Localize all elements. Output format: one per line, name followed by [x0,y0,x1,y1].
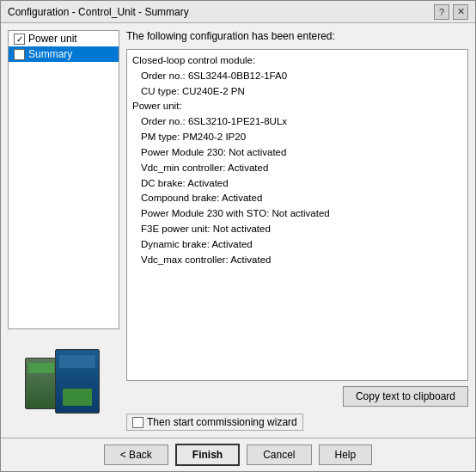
summary-item: Compound brake: Activated [132,191,462,206]
finish-button[interactable]: Finish [175,444,240,466]
tree-item-checkbox [14,34,25,45]
help-title-btn[interactable]: ? [434,4,449,20]
summary-item: DC brake: Activated [132,176,462,192]
summary-item: Power Module 230 with STO: Not activated [132,206,462,222]
summary-item: Order no.: 6SL3210-1PE21-8ULx [132,114,462,130]
summary-item: CU type: CU240E-2 PN [132,84,462,100]
intro-text: The following configuration has been ent… [126,30,468,42]
tree-item-checkbox [14,49,25,60]
summary-item: Dynamic brake: Activated [132,237,462,253]
tree-item[interactable]: Summary [9,46,119,62]
commission-label: Then start commissioning wizard [147,416,297,428]
cancel-button[interactable]: Cancel [247,444,311,465]
tree-item-label: Power unit [28,33,77,45]
title-bar-buttons: ? ✕ [434,4,468,20]
tree-item[interactable]: Power unit [9,31,119,46]
tree-view: Power unitSummary [8,30,119,329]
window-title: Configuration - Control_Unit - Summary [8,6,189,18]
summary-item: F3E power unit: Not activated [132,222,462,237]
device-image [8,336,119,431]
summary-header: Power unit: [132,99,462,114]
commission-checkbox-row: Then start commissioning wizard [126,414,468,431]
right-panel: The following configuration has been ent… [126,30,468,431]
commission-wrapper: Then start commissioning wizard [126,414,303,431]
summary-header: Closed-loop control module: [132,53,462,69]
content-area: Power unitSummary The following configur… [1,23,475,438]
left-panel: Power unitSummary [8,30,119,431]
summary-item: Power Module 230: Not activated [132,145,462,161]
help-button[interactable]: Help [319,444,373,465]
summary-item: Order no.: 6SL3244-0BB12-1FA0 [132,69,462,84]
back-button[interactable]: < Back [104,444,168,465]
title-bar: Configuration - Control_Unit - Summary ?… [1,1,475,23]
bottom-bar: < Back Finish Cancel Help [1,438,475,471]
tree-item-label: Summary [28,48,72,60]
device-small-icon [25,358,58,409]
close-title-btn[interactable]: ✕ [453,4,468,20]
summary-item: Vdc_min controller: Activated [132,161,462,176]
device-large-icon [55,349,100,414]
summary-box[interactable]: Closed-loop control module:Order no.: 6S… [126,49,468,381]
copy-btn-row: Copy text to clipboard [126,386,468,407]
copy-to-clipboard-button[interactable]: Copy text to clipboard [343,386,468,407]
device-illustration [21,340,107,426]
summary-item: PM type: PM240-2 IP20 [132,130,462,145]
main-window: Configuration - Control_Unit - Summary ?… [0,0,476,472]
summary-item: Vdc_max controller: Activated [132,253,462,268]
commission-checkbox[interactable] [132,417,143,428]
